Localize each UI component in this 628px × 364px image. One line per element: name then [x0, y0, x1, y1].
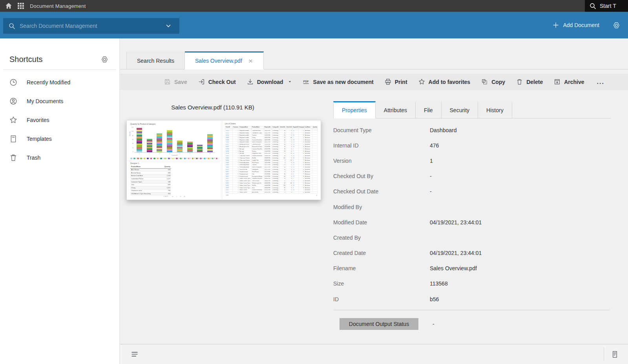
sidebar-item-favorites[interactable]: Favorites: [0, 111, 119, 129]
preview-chart-title: Quantity by Product & Category: [130, 123, 218, 125]
sidebar-title: Shortcuts: [9, 55, 42, 64]
app-grid-icon[interactable]: [17, 2, 24, 9]
preview-chart-xlabel: CategoryID: [134, 155, 215, 156]
tab-search-results[interactable]: Search Results: [126, 51, 185, 69]
property-label: Modified Date: [333, 219, 430, 226]
property-label: Checked Out By: [333, 173, 430, 179]
preview-pager: 1 of 2 |< < > >|: [127, 195, 222, 197]
save-as-new-document-button[interactable]: PDFSave as new document: [303, 78, 374, 85]
plus-icon: [553, 22, 559, 28]
sidebar: Shortcuts Recently ModifiedMy DocumentsF…: [0, 38, 120, 364]
property-value: 476: [430, 142, 439, 149]
property-value: -: [430, 188, 432, 195]
check-out-button[interactable]: Check Out: [198, 78, 236, 85]
property-label: Internal ID: [333, 142, 430, 149]
chevron-down-icon[interactable]: [165, 23, 172, 29]
shell-bar: Document Management Start T: [0, 0, 628, 12]
close-icon[interactable]: [248, 58, 253, 64]
search-input[interactable]: Search Document Management: [3, 18, 179, 34]
property-row-modified-date: Modified Date04/19/2021, 23:44:01: [333, 215, 611, 230]
sidebar-item-templates[interactable]: Templates: [0, 129, 119, 148]
property-row-version: Version1: [333, 153, 611, 168]
property-row-created-by: Created By: [333, 230, 611, 245]
tab-sales-overview-pdf[interactable]: Sales Overview.pdf: [185, 51, 264, 69]
sidebar-divider: [3, 69, 116, 70]
delete-button[interactable]: Delete: [516, 78, 543, 85]
home-icon[interactable]: [5, 2, 12, 9]
pdf-icon: PDF: [303, 78, 310, 85]
print-icon: [385, 78, 391, 85]
property-label: Size: [333, 280, 430, 287]
sidebar-item-label: Recently Modified: [27, 79, 70, 86]
stacked-bar: [147, 139, 152, 152]
detail-tab-history[interactable]: History: [478, 101, 512, 118]
print-button[interactable]: Print: [385, 78, 407, 85]
orders-pager-icon: >|: [316, 195, 317, 196]
detail-tab-attributes[interactable]: Attributes: [376, 101, 416, 118]
archive-icon: [554, 78, 560, 85]
property-value: Sales Overview.pdf: [430, 265, 477, 271]
pager-prev-icon: <: [176, 195, 177, 197]
document-log-icon[interactable]: [611, 351, 619, 358]
toolbar-button-label: Archive: [564, 79, 584, 85]
stacked-bar: [167, 130, 172, 152]
orders-record-count: 1/98: [226, 195, 228, 196]
preview-file-title: Sales Overview.pdf (110.91 KB): [126, 104, 299, 111]
toolbar-button-label: Add to favorites: [429, 79, 471, 85]
footer-bar: [120, 344, 628, 364]
property-label: Checked Out Date: [333, 188, 430, 195]
footer-divider: [604, 348, 604, 361]
property-label: Document Type: [333, 127, 430, 133]
sidebar-item-recently-modified[interactable]: Recently Modified: [0, 73, 119, 92]
sidebar-item-trash[interactable]: Trash: [0, 148, 119, 167]
pager-last-icon: >|: [184, 195, 185, 197]
copy-button[interactable]: Copy: [481, 78, 505, 85]
trash-icon: [516, 78, 523, 85]
save-icon: [164, 78, 171, 85]
property-row-created-date: Created Date04/19/2021, 23:44:01: [333, 246, 611, 261]
document-tabs: Search ResultsSales Overview.pdf: [126, 51, 264, 69]
property-label: Created Date: [333, 250, 430, 256]
stacked-bar: [187, 142, 193, 152]
archive-button[interactable]: Archive: [554, 78, 584, 85]
toolbar-button-label: Delete: [526, 79, 543, 85]
shortcuts-settings-gear-icon[interactable]: [101, 56, 108, 63]
preview-chart-ylabel: Quantity: [129, 131, 131, 136]
detail-tab-security[interactable]: Security: [442, 101, 478, 118]
stacked-bar: [137, 128, 142, 152]
detail-tab-properties[interactable]: Properties: [333, 101, 376, 118]
tab-label: Sales Overview.pdf: [195, 58, 242, 64]
preview-orders-title: List of Orders: [225, 123, 318, 125]
sidebar-item-my-documents[interactable]: My Documents: [0, 92, 119, 111]
property-value: Dashboard: [430, 127, 457, 133]
menu-lines-icon[interactable]: [130, 350, 139, 359]
document-output-status-button[interactable]: Document Output Status: [340, 318, 418, 330]
stacked-bar-chart: [134, 127, 215, 153]
preview-orders-table: OrderIDCustome...CompanyNameProductNameR…: [225, 126, 318, 194]
property-value: 113568: [430, 280, 448, 287]
save-button[interactable]: Save: [164, 78, 187, 85]
detail-tab-file[interactable]: File: [416, 101, 442, 118]
pdf-page-1: Quantity by Product & Category Quantity …: [127, 120, 222, 200]
settings-gear-icon[interactable]: [613, 22, 620, 29]
toolbar-overflow-button[interactable]: ...: [597, 78, 604, 86]
detail-tabs: PropertiesAttributesFileSecurityHistory: [333, 101, 512, 118]
download-icon: [247, 78, 254, 85]
sidebar-item-label: Trash: [27, 155, 40, 161]
svg-text:PDF: PDF: [303, 80, 309, 83]
toolbar-button-label: Copy: [491, 79, 505, 85]
download-button[interactable]: Download: [247, 78, 292, 85]
add-document-button[interactable]: Add Document: [553, 22, 599, 28]
star-icon: [418, 78, 425, 85]
person-icon: [9, 97, 17, 105]
toolbar-button-label: Download: [257, 79, 283, 85]
property-row-id: IDb56: [333, 291, 611, 307]
pager-first-icon: |<: [172, 195, 173, 197]
search-icon: [590, 3, 596, 9]
header-bar: Search Document Management Add Document: [0, 12, 628, 38]
property-row-internal-id: Internal ID476: [333, 138, 611, 153]
shell-search-button[interactable]: Start T: [585, 0, 628, 12]
property-label: Version: [333, 158, 430, 164]
add-to-favorites-button[interactable]: Add to favorites: [418, 78, 471, 85]
document-toolbar: SaveCheck OutDownloadPDFSave as new docu…: [120, 74, 628, 90]
